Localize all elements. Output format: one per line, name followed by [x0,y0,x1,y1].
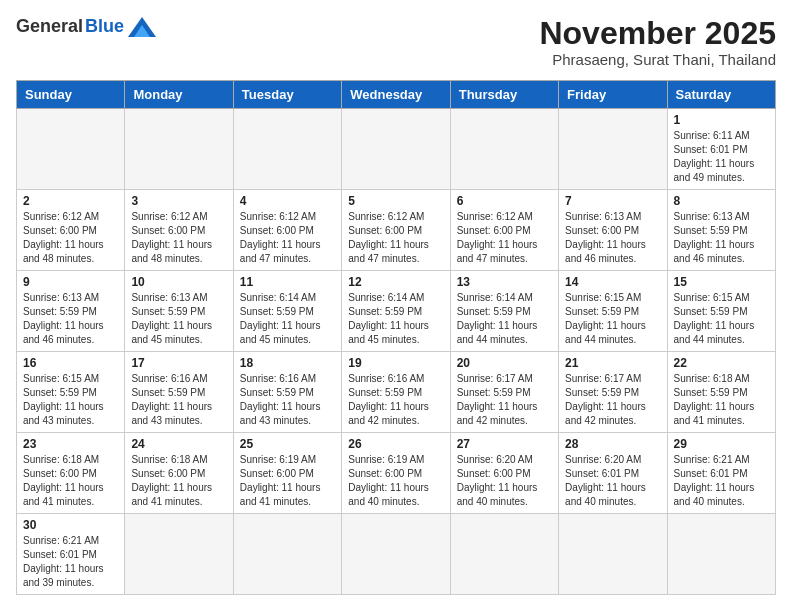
day-number: 13 [457,275,552,289]
calendar-week-row: 23Sunrise: 6:18 AM Sunset: 6:00 PM Dayli… [17,433,776,514]
calendar-cell [125,514,233,595]
calendar-cell [450,109,558,190]
day-info: Sunrise: 6:12 AM Sunset: 6:00 PM Dayligh… [131,210,226,266]
day-info: Sunrise: 6:13 AM Sunset: 5:59 PM Dayligh… [131,291,226,347]
day-number: 19 [348,356,443,370]
location-subtitle: Phrasaeng, Surat Thani, Thailand [539,51,776,68]
day-info: Sunrise: 6:19 AM Sunset: 6:00 PM Dayligh… [240,453,335,509]
day-info: Sunrise: 6:21 AM Sunset: 6:01 PM Dayligh… [674,453,769,509]
day-info: Sunrise: 6:18 AM Sunset: 6:00 PM Dayligh… [131,453,226,509]
day-number: 9 [23,275,118,289]
day-number: 23 [23,437,118,451]
title-area: November 2025 Phrasaeng, Surat Thani, Th… [539,16,776,68]
day-info: Sunrise: 6:20 AM Sunset: 6:00 PM Dayligh… [457,453,552,509]
day-number: 6 [457,194,552,208]
calendar-cell: 3Sunrise: 6:12 AM Sunset: 6:00 PM Daylig… [125,190,233,271]
calendar-cell: 15Sunrise: 6:15 AM Sunset: 5:59 PM Dayli… [667,271,775,352]
day-info: Sunrise: 6:16 AM Sunset: 5:59 PM Dayligh… [348,372,443,428]
calendar-cell: 20Sunrise: 6:17 AM Sunset: 5:59 PM Dayli… [450,352,558,433]
calendar-header-row: SundayMondayTuesdayWednesdayThursdayFrid… [17,81,776,109]
logo-general-text: General [16,16,83,37]
day-info: Sunrise: 6:17 AM Sunset: 5:59 PM Dayligh… [565,372,660,428]
calendar-cell [559,514,667,595]
day-info: Sunrise: 6:14 AM Sunset: 5:59 PM Dayligh… [457,291,552,347]
day-number: 16 [23,356,118,370]
day-number: 26 [348,437,443,451]
calendar-cell: 13Sunrise: 6:14 AM Sunset: 5:59 PM Dayli… [450,271,558,352]
day-info: Sunrise: 6:12 AM Sunset: 6:00 PM Dayligh… [348,210,443,266]
calendar-cell [17,109,125,190]
calendar-cell: 22Sunrise: 6:18 AM Sunset: 5:59 PM Dayli… [667,352,775,433]
day-number: 12 [348,275,443,289]
logo-blue-text: Blue [85,16,124,37]
calendar-week-row: 16Sunrise: 6:15 AM Sunset: 5:59 PM Dayli… [17,352,776,433]
day-info: Sunrise: 6:15 AM Sunset: 5:59 PM Dayligh… [674,291,769,347]
calendar-cell: 24Sunrise: 6:18 AM Sunset: 6:00 PM Dayli… [125,433,233,514]
calendar-cell: 14Sunrise: 6:15 AM Sunset: 5:59 PM Dayli… [559,271,667,352]
day-number: 30 [23,518,118,532]
column-header-sunday: Sunday [17,81,125,109]
calendar-cell: 16Sunrise: 6:15 AM Sunset: 5:59 PM Dayli… [17,352,125,433]
calendar-week-row: 30Sunrise: 6:21 AM Sunset: 6:01 PM Dayli… [17,514,776,595]
calendar-cell: 8Sunrise: 6:13 AM Sunset: 5:59 PM Daylig… [667,190,775,271]
day-number: 10 [131,275,226,289]
calendar-cell [667,514,775,595]
day-info: Sunrise: 6:13 AM Sunset: 5:59 PM Dayligh… [23,291,118,347]
day-info: Sunrise: 6:15 AM Sunset: 5:59 PM Dayligh… [23,372,118,428]
day-number: 29 [674,437,769,451]
calendar-cell [342,514,450,595]
calendar-cell [559,109,667,190]
day-info: Sunrise: 6:16 AM Sunset: 5:59 PM Dayligh… [240,372,335,428]
calendar-cell: 17Sunrise: 6:16 AM Sunset: 5:59 PM Dayli… [125,352,233,433]
calendar-cell: 21Sunrise: 6:17 AM Sunset: 5:59 PM Dayli… [559,352,667,433]
day-number: 7 [565,194,660,208]
day-number: 3 [131,194,226,208]
column-header-tuesday: Tuesday [233,81,341,109]
calendar-cell [450,514,558,595]
calendar-cell: 28Sunrise: 6:20 AM Sunset: 6:01 PM Dayli… [559,433,667,514]
column-header-wednesday: Wednesday [342,81,450,109]
calendar-cell: 18Sunrise: 6:16 AM Sunset: 5:59 PM Dayli… [233,352,341,433]
day-info: Sunrise: 6:14 AM Sunset: 5:59 PM Dayligh… [240,291,335,347]
day-number: 8 [674,194,769,208]
day-info: Sunrise: 6:13 AM Sunset: 6:00 PM Dayligh… [565,210,660,266]
day-info: Sunrise: 6:17 AM Sunset: 5:59 PM Dayligh… [457,372,552,428]
column-header-monday: Monday [125,81,233,109]
day-info: Sunrise: 6:13 AM Sunset: 5:59 PM Dayligh… [674,210,769,266]
calendar-cell [233,109,341,190]
day-number: 2 [23,194,118,208]
month-title: November 2025 [539,16,776,51]
day-info: Sunrise: 6:21 AM Sunset: 6:01 PM Dayligh… [23,534,118,590]
calendar-cell: 29Sunrise: 6:21 AM Sunset: 6:01 PM Dayli… [667,433,775,514]
day-number: 15 [674,275,769,289]
calendar-cell [125,109,233,190]
day-number: 1 [674,113,769,127]
calendar-cell: 5Sunrise: 6:12 AM Sunset: 6:00 PM Daylig… [342,190,450,271]
logo: General Blue [16,16,156,37]
day-number: 14 [565,275,660,289]
day-number: 4 [240,194,335,208]
calendar-cell: 2Sunrise: 6:12 AM Sunset: 6:00 PM Daylig… [17,190,125,271]
day-info: Sunrise: 6:18 AM Sunset: 6:00 PM Dayligh… [23,453,118,509]
page-header: General Blue November 2025 Phrasaeng, Su… [16,16,776,68]
calendar-cell [233,514,341,595]
column-header-thursday: Thursday [450,81,558,109]
calendar-cell: 19Sunrise: 6:16 AM Sunset: 5:59 PM Dayli… [342,352,450,433]
day-number: 17 [131,356,226,370]
day-info: Sunrise: 6:18 AM Sunset: 5:59 PM Dayligh… [674,372,769,428]
day-info: Sunrise: 6:12 AM Sunset: 6:00 PM Dayligh… [23,210,118,266]
day-info: Sunrise: 6:11 AM Sunset: 6:01 PM Dayligh… [674,129,769,185]
calendar-cell: 30Sunrise: 6:21 AM Sunset: 6:01 PM Dayli… [17,514,125,595]
day-number: 25 [240,437,335,451]
calendar-cell: 9Sunrise: 6:13 AM Sunset: 5:59 PM Daylig… [17,271,125,352]
day-number: 21 [565,356,660,370]
calendar-cell [342,109,450,190]
day-info: Sunrise: 6:16 AM Sunset: 5:59 PM Dayligh… [131,372,226,428]
day-number: 24 [131,437,226,451]
column-header-saturday: Saturday [667,81,775,109]
day-number: 18 [240,356,335,370]
day-info: Sunrise: 6:15 AM Sunset: 5:59 PM Dayligh… [565,291,660,347]
day-info: Sunrise: 6:12 AM Sunset: 6:00 PM Dayligh… [457,210,552,266]
day-info: Sunrise: 6:20 AM Sunset: 6:01 PM Dayligh… [565,453,660,509]
day-number: 20 [457,356,552,370]
